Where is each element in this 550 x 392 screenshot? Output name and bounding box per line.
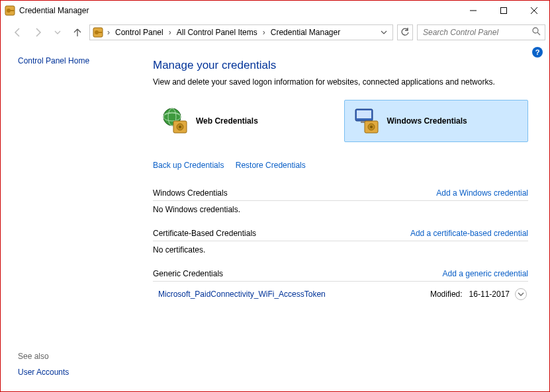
refresh-button[interactable] (397, 24, 413, 40)
certificate-credentials-empty-text: No certificates. (153, 245, 528, 255)
forward-button[interactable] (30, 24, 46, 40)
credential-name: Microsoft_PaidConnectivity_WiFi_AccessTo… (158, 290, 326, 299)
generic-credentials-section-head: Generic Credentials Add a generic creden… (153, 269, 528, 282)
page-title: Manage your credentials (153, 59, 528, 72)
user-accounts-link[interactable]: User Accounts (18, 368, 137, 377)
breadcrumb[interactable]: › Control Panel › All Control Panel Item… (89, 24, 393, 40)
globe-safe-icon (160, 106, 189, 136)
section-title: Generic Credentials (153, 269, 223, 278)
chevron-right-icon: › (167, 28, 173, 37)
breadcrumb-item[interactable]: All Control Panel Items (173, 25, 261, 40)
chevron-right-icon: › (261, 28, 267, 37)
windows-credentials-section-head: Windows Credentials Add a Windows creden… (153, 188, 528, 201)
up-button[interactable] (69, 24, 85, 40)
left-pane: Control Panel Home See also User Account… (1, 44, 144, 391)
modified-date: 16-11-2017 (469, 290, 510, 299)
back-button[interactable] (10, 24, 26, 40)
control-panel-home-link[interactable]: Control Panel Home (18, 56, 137, 65)
title-bar: Credential Manager (1, 1, 549, 20)
add-generic-credential-link[interactable]: Add a generic credential (443, 269, 528, 278)
address-bar: › Control Panel › All Control Panel Item… (1, 20, 549, 44)
svg-rect-4 (501, 8, 507, 14)
breadcrumb-item[interactable]: Control Panel (111, 25, 167, 40)
add-certificate-credential-link[interactable]: Add a certificate-based credential (410, 229, 528, 238)
breadcrumb-item[interactable]: Credential Manager (267, 25, 344, 40)
search-icon[interactable] (532, 27, 541, 38)
section-title: Certificate-Based Credentials (153, 229, 256, 238)
recent-dropdown-icon[interactable] (50, 24, 66, 40)
svg-rect-19 (357, 110, 371, 118)
windows-credentials-tile[interactable]: Windows Credentials (344, 100, 529, 142)
tile-label: Web Credentials (196, 116, 258, 126)
search-box[interactable] (417, 24, 545, 40)
app-icon (5, 5, 15, 16)
generic-credential-row[interactable]: Microsoft_PaidConnectivity_WiFi_AccessTo… (153, 286, 528, 303)
see-also-heading: See also (18, 352, 137, 361)
close-button[interactable] (519, 1, 549, 20)
svg-point-23 (370, 126, 373, 128)
control-panel-icon (93, 27, 103, 38)
window-title: Credential Manager (19, 6, 89, 15)
search-input[interactable] (422, 27, 532, 38)
breadcrumb-dropdown-icon[interactable] (378, 29, 390, 36)
page-subtitle: View and delete your saved logon informa… (153, 77, 528, 87)
expand-button[interactable] (515, 288, 527, 300)
svg-point-17 (179, 126, 181, 128)
add-windows-credential-link[interactable]: Add a Windows credential (436, 188, 528, 198)
tile-label: Windows Credentials (387, 116, 467, 126)
restore-credentials-link[interactable]: Restore Credentials (236, 161, 306, 170)
svg-point-10 (533, 28, 538, 33)
credential-type-tiles: Web Credentials Windows Credentials (153, 100, 528, 142)
monitor-safe-icon (351, 106, 381, 136)
modified-label: Modified: (430, 290, 463, 299)
certificate-credentials-section-head: Certificate-Based Credentials Add a cert… (153, 229, 528, 241)
maximize-button[interactable] (488, 1, 519, 20)
windows-credentials-empty-text: No Windows credentials. (153, 205, 528, 214)
web-credentials-tile[interactable]: Web Credentials (153, 100, 338, 142)
svg-rect-9 (98, 32, 102, 33)
backup-restore-links: Back up Credentials Restore Credentials (153, 161, 528, 170)
minimize-button[interactable] (458, 1, 488, 20)
svg-rect-2 (10, 10, 14, 11)
backup-credentials-link[interactable]: Back up Credentials (153, 161, 224, 170)
svg-line-11 (537, 32, 540, 35)
help-icon[interactable]: ? (532, 47, 543, 58)
chevron-right-icon: › (106, 28, 111, 37)
section-title: Windows Credentials (153, 188, 228, 198)
main-pane: Manage your credentials View and delete … (144, 44, 549, 391)
